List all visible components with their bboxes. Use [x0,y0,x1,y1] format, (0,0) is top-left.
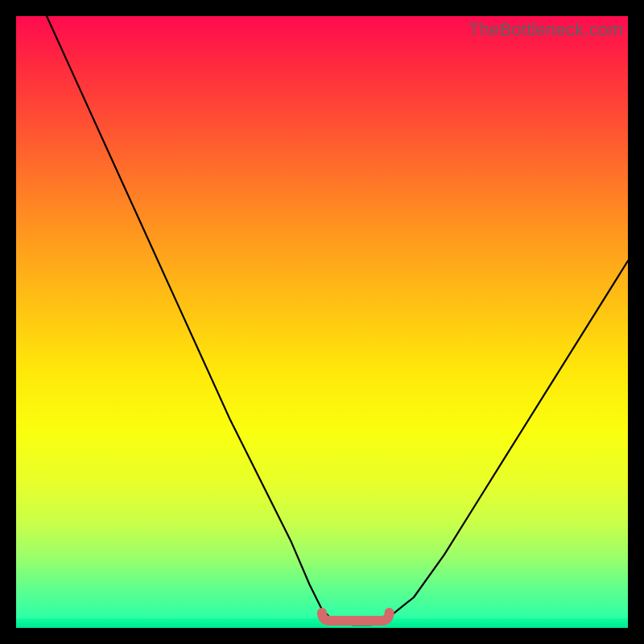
plot-area: TheBottleneck.com [16,16,628,628]
bottleneck-curve [47,16,628,625]
chart-stage: TheBottleneck.com [0,0,644,644]
curve-svg [16,16,628,628]
flat-region-marker [322,613,390,621]
